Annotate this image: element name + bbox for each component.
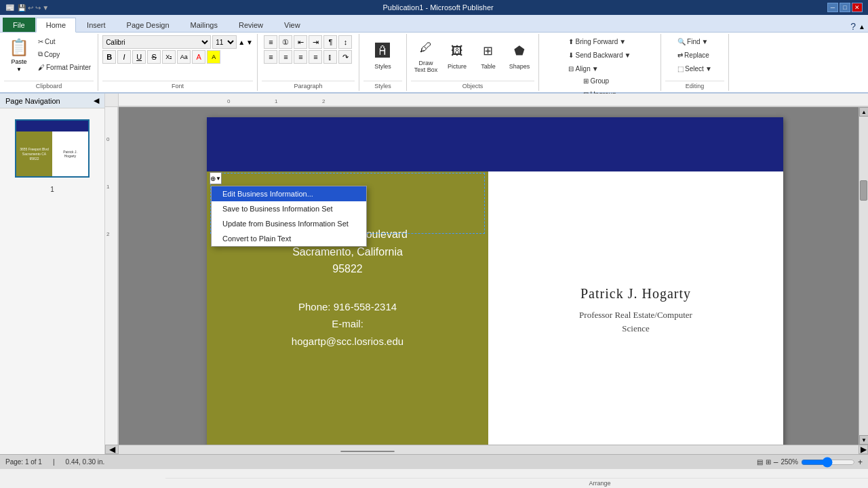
- page-thumbnail[interactable]: 3655 Freeport BlvdSacramento CA95822 Pat…: [15, 119, 90, 178]
- font-family-select[interactable]: Calibri: [102, 35, 211, 49]
- bullets-button[interactable]: ≡: [264, 35, 277, 49]
- page-number: 1: [0, 186, 104, 193]
- highlight-button[interactable]: A: [207, 50, 220, 64]
- replace-button[interactable]: ⇄ Replace: [675, 49, 712, 61]
- view-btn-2[interactable]: ⊞: [766, 458, 771, 466]
- increase-font-icon[interactable]: ▲: [238, 39, 245, 46]
- indent-more-button[interactable]: ⇥: [309, 35, 322, 49]
- justify-button[interactable]: ≡: [309, 50, 322, 64]
- subscript-button[interactable]: X₂: [162, 50, 176, 64]
- select-dropdown[interactable]: ▼: [705, 65, 712, 73]
- paragraph-marks-button[interactable]: ¶: [323, 35, 337, 49]
- picture-button[interactable]: 🖼 Picture: [442, 35, 472, 75]
- table-button[interactable]: ⊞ Table: [473, 35, 503, 75]
- align-button[interactable]: ⊟ Align ▼: [566, 62, 601, 75]
- styles-icon: 🅰: [372, 40, 393, 62]
- clipboard-col: ✂ Cut ⧉ Copy 🖌 Format Painter: [35, 35, 94, 73]
- tab-home[interactable]: Home: [36, 18, 76, 33]
- decrease-font-icon[interactable]: ▼: [246, 39, 253, 46]
- group-button[interactable]: ⊞ Group: [580, 75, 621, 87]
- line-spacing-button[interactable]: ↕: [338, 35, 352, 49]
- window-controls[interactable]: ─ □ ✕: [827, 3, 863, 12]
- strikethrough-button[interactable]: S: [147, 50, 161, 64]
- text-box-selected[interactable]: ⊕ ▼ Edit Business Information... Save to…: [210, 173, 485, 234]
- draw-text-box-button[interactable]: 🖊 DrawText Box: [411, 35, 441, 75]
- page-nav-panel: Page Navigation ◀ 3655 Freeport BlvdSacr…: [0, 94, 105, 454]
- find-button[interactable]: 🔍 Find ▼: [675, 35, 711, 47]
- tab-review[interactable]: Review: [229, 18, 273, 32]
- align-right-button[interactable]: ≡: [294, 50, 307, 64]
- replace-label: Replace: [684, 52, 709, 59]
- numbering-button[interactable]: ①: [279, 35, 292, 49]
- italic-button[interactable]: I: [117, 50, 131, 64]
- scroll-right-button[interactable]: ▶: [859, 445, 868, 454]
- bold-button[interactable]: B: [102, 50, 116, 64]
- bring-forward-button[interactable]: ⬆ Bring Forward ▼: [566, 35, 629, 47]
- zoom-in-button[interactable]: +: [858, 458, 863, 467]
- format-painter-button[interactable]: 🖌 Format Painter: [35, 61, 94, 73]
- vertical-scrollbar[interactable]: ▲ ▼: [859, 107, 868, 445]
- align-dropdown[interactable]: ▼: [592, 65, 599, 73]
- scroll-down-button[interactable]: ▼: [859, 435, 868, 445]
- bring-forward-dropdown[interactable]: ▼: [619, 38, 626, 45]
- indent-less-button[interactable]: ⇤: [294, 35, 307, 49]
- styles-button[interactable]: 🅰 Styles: [368, 35, 397, 75]
- select-button[interactable]: ⬚ Select ▼: [675, 62, 715, 75]
- menu-item-edit-business-info[interactable]: Edit Business Information...: [212, 186, 366, 201]
- view-btn-1[interactable]: ▤: [757, 458, 763, 466]
- minimize-button[interactable]: ─: [827, 3, 838, 12]
- send-backward-button[interactable]: ⬇ Send Backward ▼: [566, 49, 633, 61]
- clipboard-group: 📋 Paste ▼ ✂ Cut ⧉ Copy 🖌 Format Painter: [0, 34, 98, 91]
- editing-label: Editing: [665, 81, 724, 89]
- smart-tag-button[interactable]: ⊕ ▼: [210, 172, 222, 184]
- editing-group: 🔍 Find ▼ ⇄ Replace ⬚ Select ▼ Editing: [661, 34, 729, 91]
- font-color-button[interactable]: A: [192, 50, 205, 64]
- paste-button[interactable]: 📋 Paste ▼: [4, 35, 34, 75]
- scroll-left-button[interactable]: ◀: [105, 445, 119, 454]
- shapes-button[interactable]: ⬟ Shapes: [505, 35, 534, 75]
- text-direction-button[interactable]: ↷: [338, 50, 352, 64]
- zoom-slider[interactable]: [801, 457, 855, 468]
- copy-button[interactable]: ⧉ Copy: [35, 48, 94, 60]
- menu-item-update-business-info[interactable]: Update from Business Information Set: [212, 216, 366, 231]
- menu-item-convert-to-plain-text[interactable]: Convert to Plain Text: [212, 231, 366, 246]
- maximize-button[interactable]: □: [840, 3, 850, 12]
- align-icon: ⊟: [568, 65, 574, 73]
- scroll-thumb-v[interactable]: [860, 180, 867, 201]
- underline-button[interactable]: U: [132, 50, 146, 64]
- tab-view[interactable]: View: [274, 18, 311, 32]
- font-label: Font: [102, 81, 253, 89]
- font-row2: B I U S X₂ Aa A A: [102, 50, 220, 64]
- tab-insert[interactable]: Insert: [77, 18, 116, 32]
- align-center-button[interactable]: ≡: [279, 50, 292, 64]
- send-backward-dropdown[interactable]: ▼: [625, 52, 631, 59]
- horizontal-scrollbar[interactable]: [119, 445, 859, 454]
- close-button[interactable]: ✕: [852, 3, 863, 12]
- arrange-group-label: Arrange: [165, 478, 868, 487]
- quick-access[interactable]: 💾 ↩ ↪ ▼: [18, 4, 49, 12]
- tab-page-design[interactable]: Page Design: [117, 18, 180, 32]
- scroll-thumb-h[interactable]: [340, 451, 395, 452]
- paragraph-content: ≡ ① ⇤ ⇥ ¶ ↕ ≡ ≡ ≡ ≡ ⫿ ↷: [264, 35, 352, 81]
- cut-button[interactable]: ✂ Cut: [35, 35, 94, 47]
- page-nav-collapse[interactable]: ◀: [94, 96, 99, 105]
- ribbon-collapse-icon[interactable]: ▲: [859, 23, 865, 30]
- font-size-select[interactable]: 11: [212, 35, 237, 49]
- columns-button[interactable]: ⫿: [323, 50, 337, 64]
- menu-item-save-business-info[interactable]: Save to Business Information Set: [212, 201, 366, 216]
- paste-dropdown-icon[interactable]: ▼: [16, 66, 22, 73]
- find-dropdown[interactable]: ▼: [702, 38, 709, 45]
- paragraph-row1: ≡ ① ⇤ ⇥ ¶ ↕: [264, 35, 352, 49]
- tab-file[interactable]: File: [3, 18, 35, 32]
- draw-text-box-label: DrawText Box: [414, 60, 438, 73]
- draw-text-box-icon: 🖊: [415, 37, 437, 58]
- zoom-out-button[interactable]: –: [774, 458, 778, 467]
- app-icon: 📰: [5, 3, 15, 12]
- smart-tag-dropdown-arrow[interactable]: ▼: [216, 176, 221, 182]
- align-left-button[interactable]: ≡: [264, 50, 277, 64]
- tab-mailings[interactable]: Mailings: [180, 18, 228, 32]
- scroll-up-button[interactable]: ▲: [859, 107, 868, 117]
- help-icon[interactable]: ?: [850, 21, 856, 32]
- clipboard-label: Clipboard: [4, 81, 94, 89]
- change-case-button[interactable]: Aa: [177, 50, 191, 64]
